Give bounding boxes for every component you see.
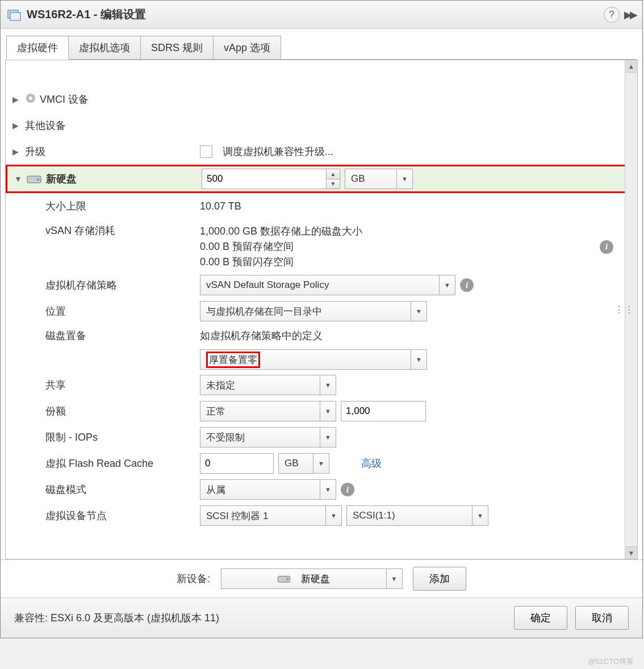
disk-size-unit-select[interactable]: GB▼	[345, 169, 413, 189]
scrollbar[interactable]: ▲ ⋮⋮ ▼	[625, 60, 637, 559]
spin-up-icon[interactable]: ▲	[327, 169, 340, 179]
new-device-select[interactable]: 新硬盘 ▼	[221, 568, 403, 589]
chevron-down-icon: ▼	[411, 350, 426, 369]
info-icon[interactable]: i	[341, 483, 354, 496]
row-other-devices[interactable]: ▶ 其他设备	[6, 112, 637, 139]
flash-cache-unit-select[interactable]: GB▼	[278, 453, 329, 474]
row-new-disk[interactable]: ▼ 新硬盘 ▲▼ GB▼	[6, 165, 637, 193]
disk-mode-select[interactable]: 从属▼	[200, 479, 336, 500]
scroll-down-icon[interactable]: ▼	[625, 546, 637, 559]
chevron-down-icon: ▼	[386, 569, 402, 588]
disk-size-spinner[interactable]: ▲▼	[202, 169, 340, 189]
add-button[interactable]: 添加	[413, 567, 466, 591]
caret-right-icon: ▶	[12, 147, 22, 156]
edit-settings-dialog: WS16R2-A1 - 编辑设置 ? ▶▶ 虚拟硬件 虚拟机选项 SDRS 规则…	[0, 0, 643, 638]
row-disk-provision: 磁盘置备 如虚拟机存储策略中的定义 厚置备置零 ▼	[6, 324, 637, 372]
chevron-down-icon: ▼	[396, 169, 412, 189]
scsi-address-select[interactable]: SCSI(1:1)▼	[346, 505, 488, 526]
upgrade-label: 升级	[25, 145, 45, 158]
settings-panel: ▼ ▶ VMCI 设备 ▶ 其他设备 ▶	[5, 60, 638, 559]
svg-point-3	[29, 97, 32, 100]
new-device-bar: 新设备: 新硬盘 ▼ 添加	[1, 559, 642, 597]
vmci-label: VMCI 设备	[40, 93, 89, 106]
storage-policy-select[interactable]: vSAN Default Storage Policy▼	[200, 275, 455, 295]
svg-rect-1	[10, 12, 20, 20]
titlebar: WS16R2-A1 - 编辑设置 ? ▶▶	[1, 1, 642, 29]
chevron-down-icon: ▼	[313, 454, 329, 473]
row-location: 位置 与虚拟机存储在同一目录中▼	[6, 298, 637, 324]
disk-provision-text: 如虚拟机存储策略中的定义	[200, 329, 323, 342]
vm-icon	[7, 9, 21, 21]
dialog-title: WS16R2-A1 - 编辑设置	[27, 7, 146, 22]
flash-cache-input[interactable]	[200, 453, 274, 474]
new-device-label: 新设备:	[177, 572, 210, 586]
row-partial-top: ▼	[6, 60, 637, 86]
svg-point-5	[37, 178, 39, 181]
max-size-value: 10.07 TB	[200, 200, 241, 212]
info-icon[interactable]: i	[460, 278, 474, 292]
tab-sdrs-rules[interactable]: SDRS 规则	[140, 36, 214, 59]
row-max-size: 大小上限 10.07 TB	[6, 193, 637, 219]
caret-right-icon: ▶	[12, 121, 22, 130]
chevron-down-icon: ▼	[320, 428, 336, 447]
row-shares: 份额 正常▼	[6, 398, 637, 424]
info-icon[interactable]: i	[600, 240, 613, 254]
chevron-down-icon: ▼	[439, 275, 455, 295]
chevron-down-icon: ▼	[320, 402, 336, 421]
scroll-up-icon[interactable]: ▲	[625, 60, 637, 73]
row-vmci[interactable]: ▶ VMCI 设备	[6, 86, 637, 112]
disk-icon	[277, 574, 291, 583]
disk-size-input[interactable]	[202, 169, 327, 189]
caret-down-icon: ▼	[14, 174, 23, 183]
row-limit-iops: 限制 - IOPs 不受限制▼	[6, 424, 637, 450]
tab-vm-options[interactable]: 虚拟机选项	[68, 36, 141, 59]
tab-bar: 虚拟硬件 虚拟机选项 SDRS 规则 vApp 选项	[1, 29, 642, 60]
shares-select[interactable]: 正常▼	[200, 401, 336, 421]
upgrade-checkbox-text: 调度虚拟机兼容性升级...	[223, 145, 333, 158]
dialog-footer: 兼容性: ESXi 6.0 及更高版本 (虚拟机版本 11) 确定 取消	[1, 597, 642, 638]
scsi-controller-select[interactable]: SCSI 控制器 1▼	[200, 505, 342, 526]
row-vsan: vSAN 存储消耗 1,000.00 GB 数据存储上的磁盘大小 0.00 B …	[6, 219, 637, 272]
share-select[interactable]: 未指定▼	[200, 375, 336, 395]
gear-icon	[25, 93, 36, 107]
chevron-down-icon: ▼	[411, 302, 426, 321]
other-devices-label: 其他设备	[25, 119, 66, 132]
chevron-down-icon: ▼	[320, 375, 336, 395]
upgrade-checkbox[interactable]	[200, 145, 212, 158]
location-select[interactable]: 与虚拟机存储在同一目录中▼	[200, 301, 427, 321]
spin-down-icon[interactable]: ▼	[327, 179, 340, 189]
watermark: @51CTO博客	[588, 657, 634, 667]
chevron-down-icon: ▼	[472, 506, 488, 525]
help-icon[interactable]: ?	[604, 7, 620, 23]
new-disk-label: 新硬盘	[46, 172, 77, 186]
tab-virtual-hardware[interactable]: 虚拟硬件	[6, 36, 69, 60]
scrollbar-grip-icon[interactable]: ⋮⋮	[614, 304, 635, 315]
ok-button[interactable]: 确定	[514, 606, 567, 630]
compatibility-text: 兼容性: ESXi 6.0 及更高版本 (虚拟机版本 11)	[14, 611, 219, 625]
svg-point-7	[286, 578, 288, 580]
expand-icon[interactable]: ▶▶	[624, 9, 635, 21]
row-disk-mode: 磁盘模式 从属▼ i	[6, 476, 637, 503]
row-share: 共享 未指定▼	[6, 372, 637, 398]
row-virtual-device-node: 虚拟设备节点 SCSI 控制器 1▼ SCSI(1:1)▼	[6, 503, 637, 529]
flash-advanced-link[interactable]: 高级	[361, 457, 382, 470]
cancel-button[interactable]: 取消	[575, 606, 629, 630]
chevron-down-icon: ▼	[320, 480, 336, 499]
shares-value-input[interactable]	[341, 401, 426, 421]
caret-right-icon: ▶	[12, 95, 22, 104]
row-storage-policy: 虚拟机存储策略 vSAN Default Storage Policy▼ i	[6, 272, 637, 298]
chevron-down-icon: ▼	[325, 506, 341, 525]
limit-iops-select[interactable]: 不受限制▼	[200, 427, 336, 448]
provision-value-highlight: 厚置备置零	[206, 352, 260, 368]
row-upgrade[interactable]: ▶ 升级 调度虚拟机兼容性升级...	[6, 139, 637, 165]
disk-provision-select[interactable]: 厚置备置零 ▼	[200, 349, 427, 370]
row-flash-cache: 虚拟 Flash Read Cache GB▼ 高级	[6, 450, 637, 476]
tab-vapp-options[interactable]: vApp 选项	[213, 36, 281, 59]
disk-icon	[27, 174, 41, 184]
